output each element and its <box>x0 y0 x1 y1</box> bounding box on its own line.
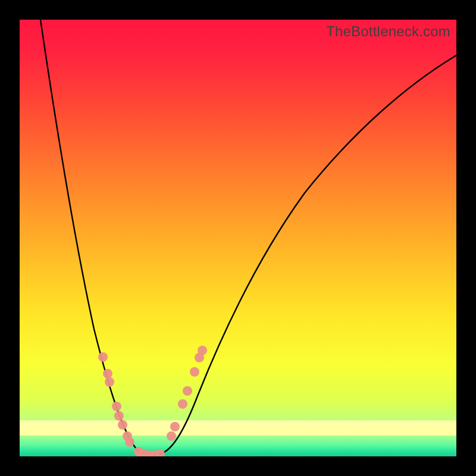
right-curve <box>160 55 456 454</box>
data-marker <box>125 437 134 447</box>
data-marker <box>114 411 124 421</box>
markers-right <box>167 346 207 441</box>
left-curve <box>40 20 145 454</box>
curves-layer <box>20 20 456 456</box>
data-marker <box>190 367 199 377</box>
markers-bottom <box>134 447 165 456</box>
data-marker <box>183 386 192 396</box>
data-marker <box>198 346 207 355</box>
data-marker <box>170 422 180 431</box>
data-marker <box>118 420 127 430</box>
data-marker <box>103 369 112 378</box>
plot-area: TheBottleneck.com <box>20 20 456 456</box>
data-marker <box>112 402 121 411</box>
data-marker <box>98 352 108 362</box>
data-marker <box>167 431 176 441</box>
data-marker <box>155 449 165 456</box>
data-marker <box>178 399 187 409</box>
chart-frame: TheBottleneck.com <box>0 0 476 476</box>
data-marker <box>105 377 114 387</box>
